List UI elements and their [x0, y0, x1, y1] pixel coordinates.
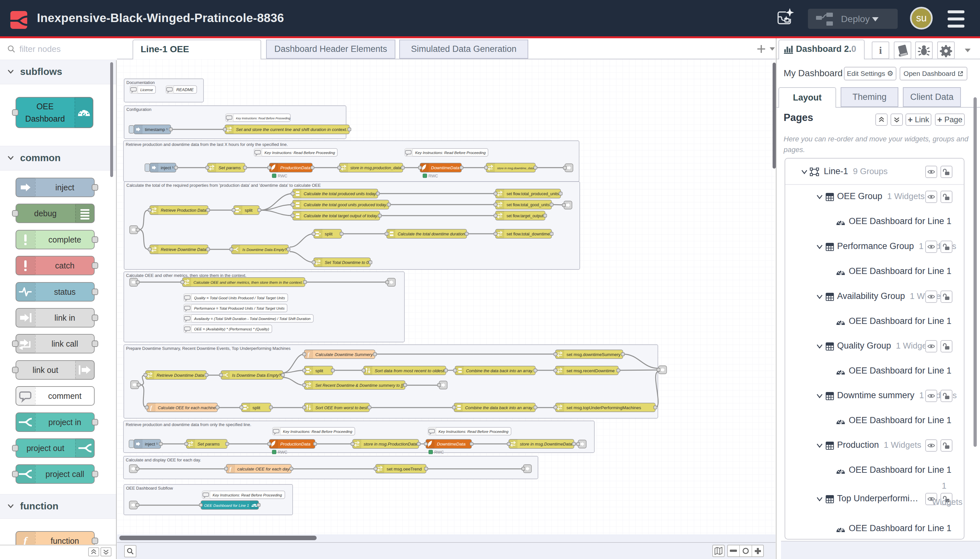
svg-text:Availavity = (Total Shift Dura: Availavity = (Total Shift Duration - Tot…	[194, 317, 310, 321]
svg-text:store in msg.DowntimeData: store in msg.DowntimeData	[520, 442, 572, 447]
svg-text:Retrieve Production Data: Retrieve Production Data	[161, 208, 206, 213]
svg-text:set msg.oeeTrend: set msg.oeeTrend	[387, 466, 422, 471]
svg-text:Key Instructions: Read Before: Key Instructions: Read Before Proceeding	[264, 150, 335, 155]
svg-text:set flow.total_produced_units: set flow.total_produced_units	[506, 192, 559, 196]
svg-text:Calculate OEE and other metric: Calculate OEE and other metrics, then st…	[193, 280, 303, 285]
svg-text:store in msg.downtime_data: store in msg.downtime_data	[497, 167, 534, 170]
svg-text:Calculate the total produced u: Calculate the total produced units today	[304, 192, 376, 196]
svg-text:set msg.topUnderPerformingMach: set msg.topUnderPerformingMachines	[566, 405, 641, 410]
svg-text:store in msg.ProductionData: store in msg.ProductionData	[364, 442, 417, 447]
svg-text:Calculate the total downtime d: Calculate the total downtime duration	[398, 232, 465, 237]
svg-text:Calculate OEE for each machine: Calculate OEE for each machine	[158, 406, 216, 410]
svg-text:Retrieve production and downti: Retrieve production and downtime data fr…	[126, 142, 288, 147]
svg-text:Set params: Set params	[218, 165, 241, 170]
svg-text:Retrieve Downtime Data: Retrieve Downtime Data	[157, 373, 204, 378]
svg-text:Combine the data back into an: Combine the data back into an array.	[465, 405, 533, 410]
svg-text:inject ¹: inject ¹	[161, 165, 174, 170]
svg-text:set msg.recentDowntime: set msg.recentDowntime	[566, 368, 615, 373]
svg-text:Key Instructions: Read Before: Key Instructions: Read Before Proceeding	[236, 117, 290, 120]
svg-text:Key Instructions: Read Before: Key Instructions: Read Before Proceeding	[415, 150, 486, 155]
svg-text:set flow.total_downtime: set flow.total_downtime	[506, 232, 549, 237]
svg-text:License: License	[140, 88, 153, 92]
svg-text:Configuration: Configuration	[126, 107, 151, 112]
svg-text:Calculate the total target out: Calculate the total target output of tod…	[304, 213, 378, 218]
svg-text:Calculate and display OEE for: Calculate and display OEE for each day.	[126, 458, 201, 462]
svg-text:Sort data from most recent to: Sort data from most recent to oldest	[375, 368, 445, 373]
svg-text:Retrieve production and downti: Retrieve production and downtime data fr…	[126, 422, 251, 427]
svg-text:Sort OEE from worst to best: Sort OEE from worst to best	[315, 405, 368, 410]
svg-text:split: split	[252, 405, 260, 410]
svg-text:Calculate the total of the req: Calculate the total of the required prop…	[126, 183, 321, 188]
svg-text:split: split	[245, 208, 252, 213]
svg-text:Retrieve Downtime Data: Retrieve Downtime Data	[161, 247, 206, 252]
svg-text:Combine the data back into an: Combine the data back into an array.	[466, 369, 533, 373]
svg-text:OEE Dashboard for Line 1: OEE Dashboard for Line 1	[204, 503, 249, 508]
svg-text:Performance = Total Produced U: Performance = Total Produced Units / Tot…	[194, 306, 285, 310]
svg-text:timestamp ¹: timestamp ¹	[145, 127, 168, 132]
svg-text:OEE Dashboard Subflow: OEE Dashboard Subflow	[126, 486, 173, 491]
svg-text:Is Downtime Data Empty?: Is Downtime Data Empty?	[232, 373, 281, 378]
svg-text:ProductionData: ProductionData	[280, 165, 311, 170]
svg-text:Set params: Set params	[197, 442, 220, 447]
svg-text:Key Instructions: Read Before: Key Instructions: Read Before Proceeding	[283, 430, 353, 433]
svg-text:DowntimeData: DowntimeData	[437, 442, 466, 447]
svg-text:set msg.downtimeSummery: set msg.downtimeSummery	[566, 352, 620, 357]
svg-text:RWC: RWC	[278, 450, 287, 455]
svg-text:Set Total Downtime to 0: Set Total Downtime to 0	[325, 260, 369, 265]
svg-text:Set and store the current line: Set and store the current line and shift…	[236, 127, 347, 132]
svg-text:Is Downtime Data Empty?: Is Downtime Data Empty?	[243, 247, 287, 252]
svg-text:Calculate OEE and other metric: Calculate OEE and other metrics, then st…	[126, 273, 246, 278]
svg-text:Calculate the total good units: Calculate the total good units produced …	[304, 203, 387, 207]
svg-text:RWC: RWC	[429, 174, 438, 179]
svg-text:calculate OEE for each day: calculate OEE for each day	[237, 466, 290, 471]
svg-text:ProductionData: ProductionData	[280, 442, 311, 447]
svg-text:Key Instructions: Read Before: Key Instructions: Read Before Proceeding	[439, 429, 508, 433]
svg-text:inject ¹: inject ¹	[145, 442, 158, 447]
svg-text:Calculate Downtime Summery: Calculate Downtime Summery	[315, 352, 373, 357]
svg-text:split: split	[325, 232, 333, 237]
svg-text:README: README	[176, 88, 194, 92]
svg-text:Set Recent Downtime & Downtime: Set Recent Downtime & Downtime summery t…	[315, 383, 403, 388]
svg-text:Key Instructions: Read Before: Key Instructions: Read Before Proceeding	[213, 493, 282, 497]
svg-text:Documentation: Documentation	[126, 80, 155, 85]
svg-text:set flow.target_output: set flow.target_output	[506, 214, 543, 218]
svg-text:DowntimeData: DowntimeData	[431, 165, 460, 170]
svg-text:RWC: RWC	[278, 174, 287, 179]
svg-text:OEE = (Availability) * (Perfor: OEE = (Availability) * (Performance) * (…	[194, 327, 269, 331]
svg-text:RWC: RWC	[434, 450, 444, 455]
svg-text:Prepare Downtime Summary, Rece: Prepare Downtime Summary, Recent Downtim…	[126, 346, 291, 351]
svg-text:Quality = Total Good Units Pro: Quality = Total Good Units Produced / To…	[194, 296, 285, 300]
svg-text:store in msg.production_data: store in msg.production_data	[350, 166, 401, 170]
svg-text:split: split	[315, 368, 323, 373]
svg-text:set flow.total_good_units: set flow.total_good_units	[506, 203, 549, 207]
